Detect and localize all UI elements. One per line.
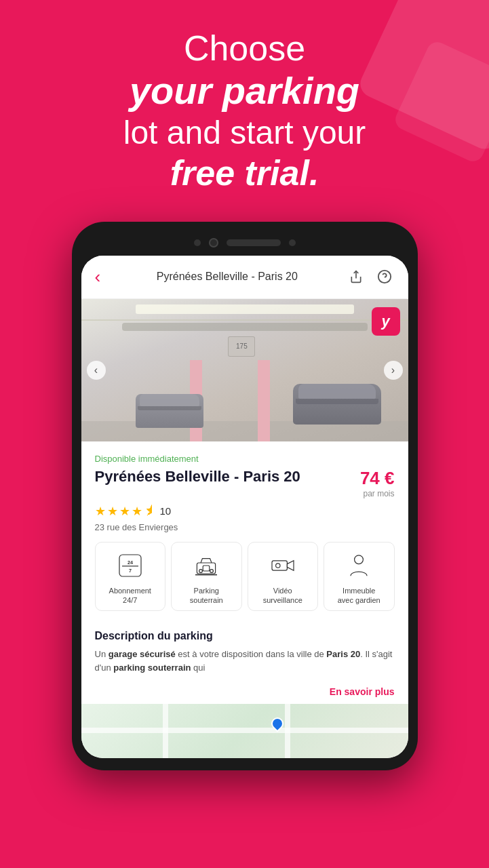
parking-info-section: Disponible immédiatement Pyrénées Bellev… xyxy=(81,441,408,631)
phone-camera xyxy=(209,238,218,248)
availability-badge: Disponible immédiatement xyxy=(95,454,395,464)
notch-dot-left xyxy=(194,239,201,246)
read-more-row: En savoir plus xyxy=(81,682,408,704)
price-amount: 74 € xyxy=(360,468,395,488)
header-section: Choose your parking lot and start your f… xyxy=(0,0,489,215)
header-line3: lot and start your xyxy=(41,113,448,153)
star-4: ★ xyxy=(132,504,142,519)
read-more-link[interactable]: En savoir plus xyxy=(330,686,395,697)
phone-notch xyxy=(81,234,408,256)
svg-text:7: 7 xyxy=(129,568,132,574)
svg-rect-12 xyxy=(272,561,287,570)
features-grid: 24 7 Abonnement24/7 xyxy=(95,542,395,612)
ceiling-pipe xyxy=(122,323,368,331)
car-1 xyxy=(293,384,381,425)
feature-video-icon xyxy=(268,551,298,580)
help-icon[interactable] xyxy=(374,267,395,287)
feature-video: Vidéosurveillance xyxy=(248,542,319,612)
stars-display: ★ ★ ★ ★ ⯨ xyxy=(95,504,156,519)
feature-guardian-label: Immeubleavec gardien xyxy=(338,586,380,606)
star-5-half: ⯨ xyxy=(144,504,156,519)
svg-point-9 xyxy=(199,569,203,572)
map-road-horizontal xyxy=(81,728,408,733)
feature-video-label: Vidéosurveillance xyxy=(263,586,302,606)
description-section: Description du parking Un garage sécuris… xyxy=(81,630,408,682)
feature-247-icon: 24 7 xyxy=(115,551,145,580)
ceiling-light xyxy=(136,304,354,314)
svg-rect-8 xyxy=(203,566,210,571)
parking-column-2 xyxy=(258,360,270,441)
parking-photo: 175 xyxy=(81,299,408,441)
notch-dot-right xyxy=(289,239,296,246)
map-road-vertical-1 xyxy=(163,704,168,758)
app-header: ‹ Pyrénées Belleville - Paris 20 xyxy=(81,256,408,299)
price-block: 74 € par mois xyxy=(360,468,395,498)
phone-screen: ‹ Pyrénées Belleville - Paris 20 xyxy=(81,256,408,759)
svg-point-10 xyxy=(210,569,214,572)
map-preview[interactable] xyxy=(81,704,408,758)
parking-number-sign: 175 xyxy=(228,336,255,357)
phone-frame: ‹ Pyrénées Belleville - Paris 20 xyxy=(72,222,418,771)
star-3: ★ xyxy=(119,504,130,519)
svg-point-13 xyxy=(275,564,279,568)
parking-name: Pyrénées Belleville - Paris 20 xyxy=(95,468,352,486)
feature-guardian-icon xyxy=(344,551,374,580)
image-nav-left[interactable]: ‹ xyxy=(87,361,106,380)
feature-underground: Parkingsouterrain xyxy=(171,542,242,612)
phone-container: ‹ Pyrénées Belleville - Paris 20 xyxy=(0,222,489,771)
parking-address: 23 rue des Envierges xyxy=(95,522,395,532)
header-line2: your parking xyxy=(41,69,448,113)
desc-bold-1: garage sécurisé xyxy=(109,649,176,659)
svg-text:24: 24 xyxy=(128,559,133,565)
app-logo: y xyxy=(372,307,400,336)
feature-247: 24 7 Abonnement24/7 xyxy=(95,542,166,612)
header-line4: free trial. xyxy=(41,152,448,194)
rating-count: 10 xyxy=(160,505,172,517)
header-line1: Choose xyxy=(41,27,448,69)
description-text: Un garage sécurisé est à votre dispositi… xyxy=(95,648,395,674)
feature-guardian: Immeubleavec gardien xyxy=(324,542,395,612)
back-button[interactable]: ‹ xyxy=(95,267,101,288)
desc-bold-3: parking souterrain xyxy=(113,663,191,673)
car-2 xyxy=(136,394,203,428)
star-2: ★ xyxy=(107,504,118,519)
star-1: ★ xyxy=(95,504,106,519)
image-nav-right[interactable]: › xyxy=(384,361,403,380)
parking-image: 175 y ‹ › xyxy=(81,299,408,441)
notch-speaker xyxy=(227,239,281,246)
feature-247-label: Abonnement24/7 xyxy=(109,586,151,606)
price-period: par mois xyxy=(360,489,395,498)
map-road-vertical-2 xyxy=(285,704,290,758)
description-title: Description du parking xyxy=(95,630,395,642)
rating-row: ★ ★ ★ ★ ⯨ 10 xyxy=(95,504,395,519)
ceiling-line xyxy=(81,319,408,321)
parking-title-row: Pyrénées Belleville - Paris 20 74 € par … xyxy=(95,468,395,498)
app-header-title: Pyrénées Belleville - Paris 20 xyxy=(109,271,345,283)
app-header-icons xyxy=(346,267,395,287)
svg-point-14 xyxy=(355,555,364,564)
feature-underground-icon xyxy=(191,551,221,580)
desc-bold-2: Paris 20 xyxy=(326,649,360,659)
feature-underground-label: Parkingsouterrain xyxy=(190,586,223,606)
share-icon[interactable] xyxy=(346,267,366,287)
